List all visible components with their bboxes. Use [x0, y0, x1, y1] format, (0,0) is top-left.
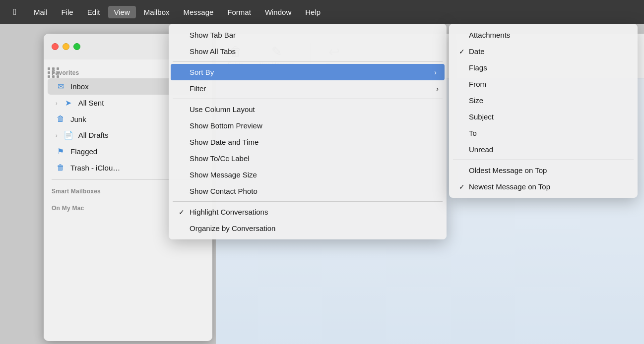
menu-filter-label: Filter [190, 84, 206, 93]
menu-show-tab-bar-label: Show Tab Bar [190, 31, 236, 39]
menu-show-all-tabs-label: Show All Tabs [190, 47, 236, 56]
menu-sort-by-label: Sort By [190, 68, 214, 76]
menu-sort-by[interactable]: Sort By › [171, 64, 445, 80]
submenu-arrow-sort-by: › [434, 68, 437, 76]
checkmark-highlight-conversations: ✓ [179, 208, 189, 216]
sortby-submenu: Attachments ✓ Date Flags From Size Subje… [449, 24, 638, 198]
menu-bottom-preview-label: Show Bottom Preview [190, 121, 262, 130]
sortby-newest-top-label: Newest Message on Top [469, 182, 550, 191]
sortby-separator [453, 160, 634, 160]
sidebar-inbox-label: Inbox [70, 82, 89, 91]
chevron-icon-drafts: › [56, 132, 58, 138]
menu-edit[interactable]: Edit [81, 6, 106, 18]
menu-show-all-tabs[interactable]: Show All Tabs [169, 43, 447, 59]
menu-show-tab-bar[interactable]: Show Tab Bar [169, 27, 447, 43]
checkmark-newest-top: ✓ [459, 183, 469, 191]
menu-file[interactable]: File [56, 6, 79, 18]
menu-contact-photo[interactable]: Show Contact Photo [169, 183, 447, 199]
sidebar-junk-label: Junk [70, 115, 86, 123]
sortby-attachments-label: Attachments [469, 31, 510, 39]
sortby-flags-label: Flags [469, 63, 487, 72]
menu-highlight-conversations[interactable]: ✓ Highlight Conversations [169, 204, 447, 220]
sortby-to-label: To [469, 129, 477, 137]
menu-column-layout-label: Use Column Layout [190, 105, 255, 114]
menu-message-size-label: Show Message Size [190, 171, 257, 179]
menu-mailbox[interactable]: Mailbox [138, 6, 176, 18]
menu-to-cc-label-text: Show To/Cc Label [190, 154, 250, 163]
sortby-unread-label: Unread [469, 145, 493, 154]
sortby-from[interactable]: From [449, 76, 638, 92]
menu-separator-3 [173, 201, 443, 202]
sortby-size-label: Size [469, 96, 483, 105]
trash-icon: 🗑 [56, 163, 65, 172]
sortby-subject[interactable]: Subject [449, 109, 638, 125]
view-menu: Show Tab Bar Show All Tabs Sort By › Fil… [169, 24, 447, 239]
sidebar-flagged-label: Flagged [70, 147, 97, 156]
sidebar-drafts-label: All Drafts [78, 131, 109, 139]
menu-bottom-preview[interactable]: Show Bottom Preview [169, 117, 447, 134]
menu-format[interactable]: Format [221, 6, 257, 18]
sortby-size[interactable]: Size [449, 92, 638, 109]
menu-mail[interactable]: Mail [28, 6, 54, 18]
menu-separator-2 [173, 99, 443, 99]
menu-help[interactable]: Help [299, 6, 326, 18]
menu-separator-1 [173, 61, 443, 62]
apple-menu[interactable]:  [8, 5, 22, 19]
sortby-newest-top[interactable]: ✓ Newest Message on Top [449, 178, 638, 195]
menu-date-time-label: Show Date and Time [190, 138, 258, 146]
menu-column-layout[interactable]: Use Column Layout [169, 101, 447, 117]
menu-filter[interactable]: Filter › [169, 80, 447, 97]
sent-icon: ➤ [64, 98, 73, 108]
submenu-arrow-filter: › [436, 85, 439, 93]
sortby-date-label: Date [469, 47, 485, 56]
minimize-button[interactable] [63, 43, 69, 50]
sortby-date[interactable]: ✓ Date [449, 43, 638, 59]
menu-window[interactable]: Window [259, 6, 297, 18]
sortby-oldest-top-label: Oldest Message on Top [469, 166, 547, 174]
menu-view[interactable]: View [108, 6, 136, 18]
menu-organize-conversation[interactable]: Organize by Conversation [169, 220, 447, 236]
checkmark-date: ✓ [459, 48, 469, 56]
sidebar-sent-label: All Sent [78, 99, 104, 107]
drafts-icon: 📄 [64, 130, 73, 140]
flagged-icon: ⚑ [56, 147, 65, 156]
menu-highlight-conversations-label: Highlight Conversations [190, 208, 268, 216]
sortby-unread[interactable]: Unread [449, 141, 638, 158]
menu-organize-conversation-label: Organize by Conversation [190, 224, 275, 232]
sortby-to[interactable]: To [449, 125, 638, 141]
menu-date-time[interactable]: Show Date and Time [169, 134, 447, 150]
junk-icon: 🗑 [56, 115, 65, 123]
maximize-button[interactable] [73, 43, 80, 50]
chevron-icon: › [56, 100, 58, 106]
sortby-attachments[interactable]: Attachments [449, 27, 638, 43]
menu-message[interactable]: Message [177, 6, 219, 18]
close-button[interactable] [52, 43, 59, 50]
inbox-icon: ✉ [56, 82, 65, 91]
sortby-oldest-top[interactable]: Oldest Message on Top [449, 162, 638, 178]
sidebar-trash-label: Trash - iClou… [70, 164, 120, 172]
sortby-flags[interactable]: Flags [449, 59, 638, 76]
sortby-from-label: From [469, 80, 486, 88]
menu-bar:  Mail File Edit View Mailbox Message Fo… [0, 0, 644, 24]
sidebar-toggle[interactable] [48, 67, 60, 78]
menu-contact-photo-label: Show Contact Photo [190, 187, 258, 195]
sortby-subject-label: Subject [469, 113, 494, 121]
menu-to-cc-label[interactable]: Show To/Cc Label [169, 150, 447, 167]
menu-message-size[interactable]: Show Message Size [169, 167, 447, 183]
